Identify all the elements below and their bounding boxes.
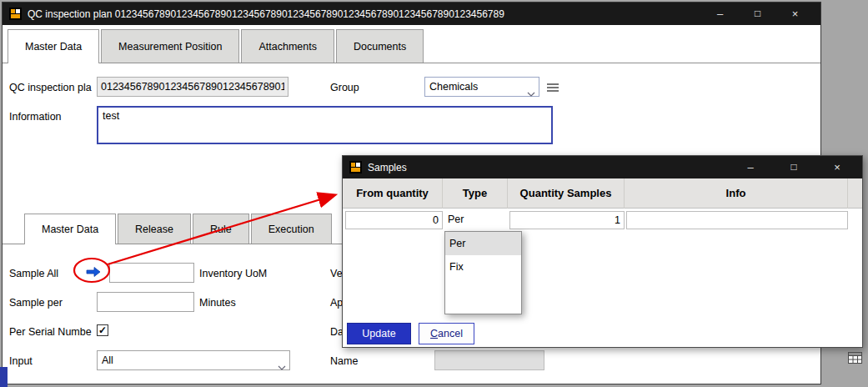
dialog-close-button[interactable]: × [815,156,859,178]
type-option-per[interactable]: Per [445,232,521,255]
detail-tab-execution[interactable]: Execution [251,214,332,244]
detail-tab-master-data[interactable]: Master Data [24,214,116,244]
information-textarea[interactable]: test [97,106,553,144]
qc-inspection-plan-input[interactable] [97,77,288,97]
column-header-filler [848,178,862,209]
information-label: Information [9,111,62,123]
chevron-down-icon [527,84,535,103]
background-window-fragment [0,367,8,387]
per-serial-number-label: Per Serial Numbe [9,326,92,338]
tab-documents[interactable]: Documents [336,29,424,63]
group-label: Group [330,82,359,93]
column-header-from-quantity: From quantity [343,178,443,209]
sample-per-input[interactable] [97,292,194,312]
list-icon[interactable] [546,82,559,97]
chevron-down-icon [278,358,286,376]
app-logo-icon [349,161,362,173]
input-combobox-value: All [102,354,113,366]
window-title: QC inspection plan 012345678901234567890… [28,8,701,20]
main-titlebar: QC inspection plan 012345678901234567890… [3,3,820,25]
minutes-label: Minutes [199,297,236,309]
sample-all-input[interactable] [109,263,194,283]
screen: QC inspection plan 012345678901234567890… [0,0,868,387]
samples-dialog: Samples – □ × From quantity Type Quantit… [342,155,863,348]
sample-per-label: Sample per [9,297,63,309]
tab-master-data[interactable]: Master Data [8,29,99,63]
right-label-ve: Ve [330,268,343,279]
type-option-fix[interactable]: Fix [445,255,521,279]
inventory-uom-label: Inventory UoM [199,268,267,279]
update-button[interactable]: Update [347,323,411,344]
cancel-button-accelerator: C [430,328,438,339]
column-header-info: Info [625,178,848,209]
detail-tab-release[interactable]: Release [118,214,191,244]
sample-all-label: Sample All [9,268,58,279]
group-combobox-value: Chemicals [429,81,478,93]
column-header-type: Type [443,178,508,209]
dialog-title: Samples [368,162,729,173]
app-logo-icon [9,8,22,20]
close-button[interactable]: × [776,3,814,25]
input-combobox[interactable]: All [97,350,290,370]
cell-type[interactable]: Per [444,211,507,229]
cancel-button-rest: ancel [438,328,463,339]
minimize-button[interactable]: – [701,3,739,25]
qc-inspection-plan-label: QC inspection pla [9,82,92,93]
name-label: Name [330,355,358,367]
type-dropdown-list: Per Fix [444,231,522,314]
group-combobox[interactable]: Chemicals [424,77,539,97]
dialog-minimize-button[interactable]: – [729,156,772,178]
detail-tab-rule[interactable]: Rule [193,214,249,244]
cell-from-quantity[interactable]: 0 [345,211,443,229]
maximize-button[interactable]: □ [739,3,776,25]
per-serial-number-checkbox[interactable]: ✓ [97,324,108,336]
cancel-button[interactable]: Cancel [419,323,474,344]
dialog-maximize-button[interactable]: □ [772,156,815,178]
form-settings-grid-icon[interactable] [848,352,862,368]
samples-grid-header: From quantity Type Quantity Samples Info [343,178,862,209]
right-label-ap: Ap [330,297,343,309]
column-header-quantity-samples: Quantity Samples [508,178,625,209]
input-label: Input [9,355,33,367]
link-arrow-icon[interactable] [85,266,102,281]
cell-quantity-samples[interactable]: 1 [509,211,625,229]
cell-info[interactable] [626,211,848,229]
tab-attachments[interactable]: Attachments [241,29,334,63]
tab-measurement-position[interactable]: Measurement Position [101,29,239,63]
name-field [434,350,544,370]
main-tabstrip: Master Data Measurement Position Attachm… [3,25,820,63]
dialog-titlebar: Samples – □ × [343,156,862,178]
